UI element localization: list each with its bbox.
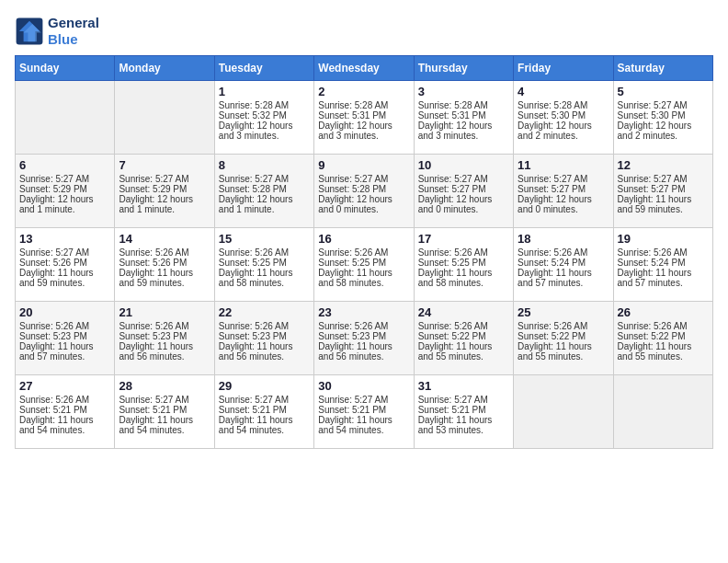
day-info-line: Daylight: 11 hours bbox=[119, 341, 210, 351]
calendar-cell: 23Sunrise: 5:26 AMSunset: 5:23 PMDayligh… bbox=[314, 302, 414, 375]
day-info-line: Sunset: 5:22 PM bbox=[418, 331, 509, 341]
day-info-line: and 55 minutes. bbox=[618, 351, 709, 362]
day-number: 1 bbox=[219, 85, 310, 98]
day-info-line: Sunset: 5:22 PM bbox=[618, 331, 709, 341]
calendar-cell: 1Sunrise: 5:28 AMSunset: 5:32 PMDaylight… bbox=[214, 81, 313, 155]
day-info-line: and 59 minutes. bbox=[19, 278, 110, 288]
calendar-cell: 7Sunrise: 5:27 AMSunset: 5:29 PMDaylight… bbox=[115, 155, 214, 228]
day-info-line: Sunset: 5:21 PM bbox=[318, 405, 409, 415]
day-info-line: Sunrise: 5:26 AM bbox=[518, 247, 609, 258]
calendar-cell: 21Sunrise: 5:26 AMSunset: 5:23 PMDayligh… bbox=[115, 302, 214, 375]
day-info-line: Sunrise: 5:27 AM bbox=[418, 395, 509, 405]
day-info-line: Daylight: 12 hours bbox=[518, 121, 609, 131]
day-info-line: Daylight: 11 hours bbox=[318, 415, 409, 425]
day-info-line: Daylight: 11 hours bbox=[418, 415, 509, 425]
day-info-line: Daylight: 12 hours bbox=[318, 194, 409, 204]
day-info-line: Sunset: 5:23 PM bbox=[119, 331, 210, 341]
day-info-line: Sunrise: 5:27 AM bbox=[119, 395, 210, 405]
calendar-week-4: 20Sunrise: 5:26 AMSunset: 5:23 PMDayligh… bbox=[16, 302, 713, 375]
day-number: 30 bbox=[318, 379, 409, 393]
day-info-line: Sunrise: 5:26 AM bbox=[518, 321, 609, 331]
day-info-line: Sunrise: 5:26 AM bbox=[19, 395, 110, 405]
day-info-line: and 1 minute. bbox=[119, 204, 210, 214]
day-info-line: Daylight: 12 hours bbox=[19, 194, 110, 204]
day-info-line: Daylight: 12 hours bbox=[618, 121, 709, 131]
day-info-line: Sunrise: 5:28 AM bbox=[219, 100, 310, 110]
calendar-cell: 6Sunrise: 5:27 AMSunset: 5:29 PMDaylight… bbox=[16, 155, 115, 228]
day-number: 29 bbox=[219, 379, 310, 393]
day-number: 31 bbox=[418, 379, 509, 393]
calendar-cell: 30Sunrise: 5:27 AMSunset: 5:21 PMDayligh… bbox=[314, 375, 414, 449]
weekday-header-tuesday: Tuesday bbox=[214, 56, 313, 81]
day-info-line: Sunrise: 5:27 AM bbox=[318, 395, 409, 405]
day-info-line: and 57 minutes. bbox=[518, 278, 609, 288]
day-number: 25 bbox=[518, 305, 609, 319]
day-info-line: Sunset: 5:22 PM bbox=[518, 331, 609, 341]
day-number: 2 bbox=[318, 85, 409, 98]
day-info-line: and 54 minutes. bbox=[219, 425, 310, 435]
calendar-cell: 2Sunrise: 5:28 AMSunset: 5:31 PMDaylight… bbox=[314, 81, 414, 155]
calendar-cell: 13Sunrise: 5:27 AMSunset: 5:26 PMDayligh… bbox=[16, 228, 115, 302]
day-info-line: Sunset: 5:31 PM bbox=[418, 110, 509, 121]
day-info-line: and 55 minutes. bbox=[518, 351, 609, 362]
day-info-line: Sunset: 5:28 PM bbox=[219, 184, 310, 194]
day-info-line: Sunrise: 5:27 AM bbox=[19, 174, 110, 184]
day-number: 23 bbox=[318, 305, 409, 319]
day-info-line: and 3 minutes. bbox=[318, 131, 409, 141]
calendar-cell: 12Sunrise: 5:27 AMSunset: 5:27 PMDayligh… bbox=[613, 155, 712, 228]
day-number: 4 bbox=[518, 85, 609, 98]
day-info-line: Sunset: 5:21 PM bbox=[219, 405, 310, 415]
calendar-cell: 31Sunrise: 5:27 AMSunset: 5:21 PMDayligh… bbox=[414, 375, 513, 449]
day-info-line: Sunrise: 5:28 AM bbox=[518, 100, 609, 110]
day-info-line: Daylight: 11 hours bbox=[618, 194, 709, 204]
day-info-line: Sunset: 5:25 PM bbox=[418, 258, 509, 268]
day-info-line: Sunset: 5:31 PM bbox=[318, 110, 409, 121]
day-info-line: Sunset: 5:30 PM bbox=[618, 110, 709, 121]
weekday-header-saturday: Saturday bbox=[613, 56, 712, 81]
day-number: 22 bbox=[219, 305, 310, 319]
calendar-cell: 10Sunrise: 5:27 AMSunset: 5:27 PMDayligh… bbox=[414, 155, 513, 228]
day-info-line: Daylight: 12 hours bbox=[518, 194, 609, 204]
day-number: 5 bbox=[618, 85, 709, 98]
day-info-line: Sunrise: 5:26 AM bbox=[219, 321, 310, 331]
day-info-line: Sunrise: 5:26 AM bbox=[119, 321, 210, 331]
day-info-line: Sunset: 5:32 PM bbox=[219, 110, 310, 121]
day-number: 26 bbox=[618, 305, 709, 319]
day-info-line: Sunset: 5:24 PM bbox=[518, 258, 609, 268]
day-info-line: Sunrise: 5:27 AM bbox=[518, 174, 609, 184]
day-info-line: and 53 minutes. bbox=[418, 425, 509, 435]
day-number: 9 bbox=[318, 158, 409, 172]
day-number: 17 bbox=[418, 232, 509, 246]
calendar-cell: 24Sunrise: 5:26 AMSunset: 5:22 PMDayligh… bbox=[414, 302, 513, 375]
day-info-line: Sunset: 5:24 PM bbox=[618, 258, 709, 268]
day-info-line: Sunrise: 5:28 AM bbox=[418, 100, 509, 110]
logo-text: General Blue bbox=[48, 15, 99, 48]
weekday-header-wednesday: Wednesday bbox=[314, 56, 414, 81]
day-info-line: Daylight: 11 hours bbox=[518, 341, 609, 351]
day-info-line: and 57 minutes. bbox=[19, 351, 110, 362]
calendar-cell bbox=[115, 81, 214, 155]
day-info-line: Sunrise: 5:26 AM bbox=[418, 321, 509, 331]
day-info-line: Daylight: 12 hours bbox=[418, 121, 509, 131]
day-info-line: and 55 minutes. bbox=[418, 351, 509, 362]
day-info-line: Sunset: 5:29 PM bbox=[19, 184, 110, 194]
day-info-line: and 58 minutes. bbox=[418, 278, 509, 288]
day-info-line: Sunset: 5:28 PM bbox=[318, 184, 409, 194]
day-info-line: Daylight: 12 hours bbox=[219, 194, 310, 204]
day-number: 13 bbox=[19, 232, 110, 246]
day-info-line: and 1 minute. bbox=[19, 204, 110, 214]
calendar-cell: 18Sunrise: 5:26 AMSunset: 5:24 PMDayligh… bbox=[514, 228, 613, 302]
day-info-line: Daylight: 11 hours bbox=[618, 341, 709, 351]
day-info-line: Sunset: 5:23 PM bbox=[19, 331, 110, 341]
day-info-line: Sunset: 5:23 PM bbox=[318, 331, 409, 341]
day-info-line: Sunrise: 5:27 AM bbox=[318, 174, 409, 184]
day-info-line: Daylight: 11 hours bbox=[418, 268, 509, 278]
day-info-line: Daylight: 11 hours bbox=[318, 341, 409, 351]
day-info-line: and 58 minutes. bbox=[318, 278, 409, 288]
day-info-line: Daylight: 11 hours bbox=[418, 341, 509, 351]
day-info-line: Sunrise: 5:26 AM bbox=[19, 321, 110, 331]
logo-icon bbox=[15, 17, 44, 46]
day-info-line: Sunrise: 5:26 AM bbox=[618, 247, 709, 258]
day-info-line: Sunrise: 5:26 AM bbox=[618, 321, 709, 331]
day-number: 10 bbox=[418, 158, 509, 172]
